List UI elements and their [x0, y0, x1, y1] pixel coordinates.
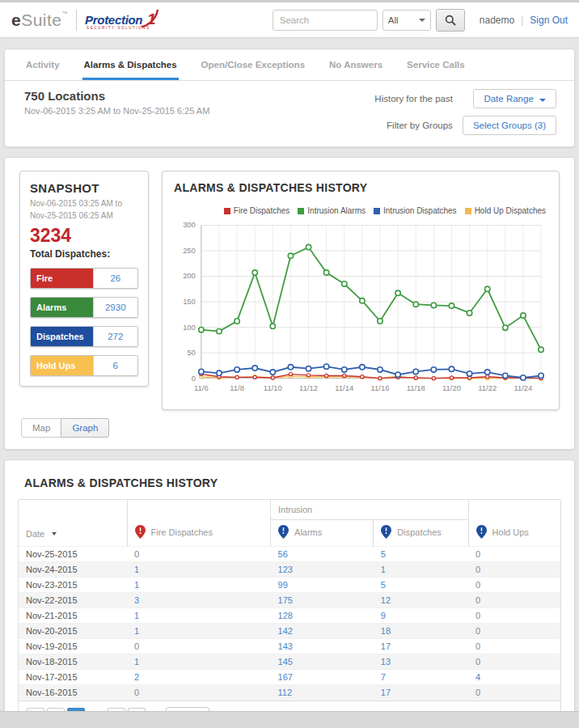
stat-value[interactable]: 26: [93, 269, 137, 288]
cell-link[interactable]: 1: [381, 565, 386, 574]
cell-link[interactable]: 1: [134, 611, 139, 620]
cell-link[interactable]: 7: [381, 672, 386, 682]
cell-link[interactable]: 1: [134, 580, 139, 590]
cell-holdups: 0: [468, 578, 560, 593]
cell-link[interactable]: 112: [278, 688, 293, 697]
tab-open-close-exceptions[interactable]: Open/Close Exceptions: [200, 49, 306, 80]
svg-text:1: 1: [147, 11, 156, 28]
cell-link[interactable]: 2: [134, 672, 139, 682]
cell-date: Nov-25-2015: [19, 547, 127, 562]
filter-controls: History for the past Date Range Filter b…: [374, 89, 556, 135]
svg-text:200: 200: [183, 272, 196, 281]
header-controls: All nademo | Sign Out: [273, 9, 568, 32]
cell-link[interactable]: 13: [381, 657, 391, 667]
chart-panel: ALARMS & DISPATCHES HISTORY Fire Dispatc…: [162, 171, 560, 410]
cell-holdups: 4: [468, 670, 560, 685]
logo-divider: [76, 10, 77, 31]
column-header-alarms[interactable]: Alarms: [271, 520, 374, 547]
column-header-date[interactable]: Date: [19, 500, 127, 547]
cell-link[interactable]: 3: [134, 595, 139, 605]
cell-link[interactable]: 17: [381, 688, 391, 697]
column-header-fire[interactable]: Fire Dispatches: [127, 500, 271, 547]
legend-swatch-icon: [374, 208, 380, 214]
history-table-head: Date Fire Dispatches Intrusion: [19, 500, 560, 547]
column-header-dispatches[interactable]: Dispatches: [374, 520, 468, 547]
select-groups-button[interactable]: Select Groups (3): [463, 116, 556, 135]
tab-service-calls[interactable]: Service Calls: [405, 49, 467, 80]
stat-value[interactable]: 6: [93, 356, 137, 375]
stat-value[interactable]: 2930: [93, 298, 137, 317]
cell-date: Nov-17-2015: [19, 670, 127, 685]
svg-text:11/12: 11/12: [299, 383, 318, 392]
cell-fire: 1: [127, 608, 271, 624]
cell-link[interactable]: 9: [381, 611, 386, 620]
cell-link[interactable]: 175: [278, 595, 293, 605]
esuite-logo: eSuite™: [11, 11, 68, 30]
cell-link[interactable]: 143: [278, 641, 293, 651]
cell-date: Nov-21-2015: [19, 608, 127, 624]
table-card: ALARMS & DISPATCHES HISTORY Date: [4, 459, 575, 728]
cell-alarms: 123: [271, 562, 374, 578]
table-row: Nov-22-20153175120: [19, 593, 560, 608]
cell-alarms: 142: [271, 624, 374, 639]
tab-alarms-dispatches[interactable]: Alarms & Dispatches: [82, 49, 179, 80]
cell-link[interactable]: 5: [381, 549, 386, 559]
cell-link[interactable]: 167: [278, 672, 293, 682]
cell-link[interactable]: 99: [278, 580, 288, 590]
cell-link[interactable]: 1: [134, 626, 139, 636]
cell-link[interactable]: 17: [381, 641, 391, 651]
cell-link[interactable]: 1: [134, 565, 139, 574]
cell-link[interactable]: 4: [475, 672, 480, 682]
svg-text:11/14: 11/14: [335, 383, 353, 392]
search-scope-value: All: [388, 15, 399, 25]
date-range-button[interactable]: Date Range: [473, 89, 556, 108]
map-toggle-button[interactable]: Map: [21, 418, 61, 438]
svg-text:0: 0: [192, 374, 196, 383]
date-range-button-label: Date Range: [484, 94, 533, 104]
cell-dispatches: 18: [374, 624, 468, 639]
search-input[interactable]: [273, 10, 378, 31]
cell-dispatches: 5: [374, 547, 468, 562]
tab-activity[interactable]: Activity: [24, 49, 61, 80]
dashboard-panels: SNAPSHOT Nov-06-2015 03:25 AM to Nov-25-…: [19, 171, 560, 410]
stat-label: Alarms: [31, 298, 93, 317]
table-row: Nov-21-2015112890: [19, 608, 560, 624]
column-header-holdups[interactable]: Hold Ups: [468, 500, 560, 547]
locations-block: 750 Locations Nov-06-2015 3:25 AM to Nov…: [24, 89, 209, 135]
trademark-symbol: ™: [62, 11, 69, 16]
cell-date: Nov-24-2015: [19, 562, 127, 578]
locations-date-range: Nov-06-2015 3:25 AM to Nov-25-2015 6:25 …: [24, 106, 209, 116]
tab-no-answers[interactable]: No Answers: [328, 49, 384, 80]
table-row: Nov-23-201519950: [19, 578, 560, 593]
stat-value[interactable]: 272: [93, 327, 137, 346]
cell-link[interactable]: 145: [278, 657, 293, 667]
cell-alarms: 128: [271, 608, 374, 624]
graph-toggle-button[interactable]: Graph: [61, 418, 109, 438]
cell-link[interactable]: 123: [278, 565, 293, 574]
search-scope-select[interactable]: All: [382, 10, 431, 31]
chart-title: ALARMS & DISPATCHES HISTORY: [174, 181, 547, 194]
cell-link[interactable]: 5: [381, 580, 386, 590]
chevron-down-icon: [539, 99, 546, 102]
cell-link[interactable]: 12: [381, 595, 391, 605]
history-label: History for the past: [374, 94, 453, 104]
legend-label: Intrusion Alarms: [307, 206, 366, 215]
cell-link[interactable]: 56: [278, 549, 288, 559]
history-chart: 05010015020025030011/611/811/1011/1211/1…: [174, 218, 547, 403]
cell-link[interactable]: 1: [134, 657, 139, 667]
svg-text:250: 250: [183, 246, 196, 255]
cell-holdups: 0: [468, 562, 560, 578]
table-row: Nov-20-20151142180: [19, 624, 560, 639]
cell-link[interactable]: 142: [278, 626, 293, 636]
cell-link[interactable]: 128: [278, 611, 293, 620]
table-row: Nov-24-2015112310: [19, 562, 560, 578]
table-row: Nov-16-20150112170: [19, 685, 560, 700]
stat-hold-ups: Hold Ups6: [30, 355, 138, 376]
cell-link[interactable]: 18: [381, 626, 391, 636]
cell-fire: 0: [127, 685, 271, 700]
history-table-body: Nov-25-201505650Nov-24-2015112310Nov-23-…: [19, 547, 560, 700]
search-button[interactable]: [436, 9, 465, 32]
sign-out-link[interactable]: Sign Out: [530, 15, 568, 26]
stat-alarms: Alarms2930: [30, 297, 138, 318]
overview-card: ActivityAlarms & DispatchesOpen/Close Ex…: [4, 49, 575, 147]
